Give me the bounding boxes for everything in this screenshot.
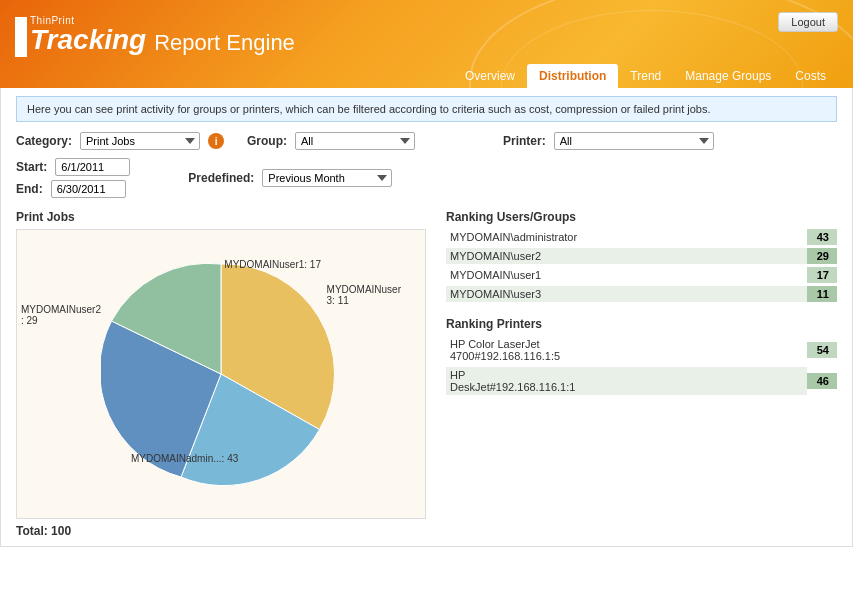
ranking-users-title: Ranking Users/Groups (446, 210, 837, 224)
ranking-printer-row-1: HPDeskJet#192.168.116.1:1 46 (446, 367, 837, 395)
ranking-user-name-0: MYDOMAIN\administrator (446, 229, 807, 245)
printer-select[interactable]: All (554, 132, 714, 150)
ranking-printer-row-0: HP Color LaserJet4700#192.168.116.1:5 54 (446, 336, 837, 364)
header: ThinPrint Tracking Report Engine Logout … (0, 0, 853, 88)
nav-item-distribution[interactable]: Distribution (527, 64, 618, 88)
ranking-user-value-2: 17 (807, 267, 837, 283)
info-bar: Here you can see print activity for grou… (16, 96, 837, 122)
logout-button[interactable]: Logout (778, 12, 838, 32)
date-block: Start: End: (16, 158, 130, 198)
chart-total: Total: 100 (16, 524, 426, 538)
predefined-label: Predefined: (188, 171, 254, 185)
nav-item-manage-groups[interactable]: Manage Groups (673, 64, 783, 88)
group-select[interactable]: All (295, 132, 415, 150)
ranking-user-value-0: 43 (807, 229, 837, 245)
nav-item-overview[interactable]: Overview (453, 64, 527, 88)
group-label: Group: (247, 134, 287, 148)
ranking-user-row-3: MYDOMAIN\user3 11 (446, 286, 837, 302)
logo-box (15, 17, 27, 57)
ranking-printers-title: Ranking Printers (446, 317, 837, 331)
main-content: Here you can see print activity for grou… (0, 88, 853, 547)
end-date-input[interactable] (51, 180, 126, 198)
brand-engine: Report Engine (154, 32, 295, 54)
predefined-select[interactable]: Previous Month Current Month Previous We… (262, 169, 392, 187)
ranking-user-row-0: MYDOMAIN\administrator 43 (446, 229, 837, 245)
category-select[interactable]: Print Jobs Pages Data Volume Costs (80, 132, 200, 150)
filter-row-1: Category: Print Jobs Pages Data Volume C… (16, 132, 837, 150)
ranking-user-value-3: 11 (807, 286, 837, 302)
chart-box: MYDOMAINuser3: 11 MYDOMAINuser2: 29 MYDO… (16, 229, 426, 519)
ranking-user-name-3: MYDOMAIN\user3 (446, 286, 807, 302)
category-label: Category: (16, 134, 72, 148)
printer-label: Printer: (503, 134, 546, 148)
ranking-user-row-2: MYDOMAIN\user1 17 (446, 267, 837, 283)
content-row: Print Jobs MYDOMAINuser3: 11 (16, 210, 837, 538)
nav-item-costs[interactable]: Costs (783, 64, 838, 88)
nav-item-trend[interactable]: Trend (618, 64, 673, 88)
start-label: Start: (16, 160, 47, 174)
ranking-printer-value-1: 46 (807, 373, 837, 389)
ranking-printer-value-0: 54 (807, 342, 837, 358)
ranking-printers-block: Ranking Printers HP Color LaserJet4700#1… (446, 317, 837, 395)
end-label: End: (16, 182, 43, 196)
ranking-users-block: Ranking Users/Groups MYDOMAIN\administra… (446, 210, 837, 302)
rankings-section: Ranking Users/Groups MYDOMAIN\administra… (446, 210, 837, 538)
ranking-printer-name-0: HP Color LaserJet4700#192.168.116.1:5 (446, 336, 807, 364)
info-icon[interactable]: i (208, 133, 224, 149)
ranking-user-name-1: MYDOMAIN\user2 (446, 248, 807, 264)
ranking-printer-name-1: HPDeskJet#192.168.116.1:1 (446, 367, 807, 395)
chart-title: Print Jobs (16, 210, 426, 224)
chart-section: Print Jobs MYDOMAINuser3: 11 (16, 210, 426, 538)
ranking-user-name-2: MYDOMAIN\user1 (446, 267, 807, 283)
ranking-user-row-1: MYDOMAIN\user2 29 (446, 248, 837, 264)
nav-bar: Overview Distribution Trend Manage Group… (453, 64, 838, 88)
pie-chart: MYDOMAINuser3: 11 MYDOMAINuser2: 29 MYDO… (101, 254, 341, 494)
start-date-input[interactable] (55, 158, 130, 176)
ranking-user-value-1: 29 (807, 248, 837, 264)
date-row: Start: End: Predefined: Previous Month C… (16, 158, 837, 198)
brand-tracking: Tracking (30, 26, 146, 54)
